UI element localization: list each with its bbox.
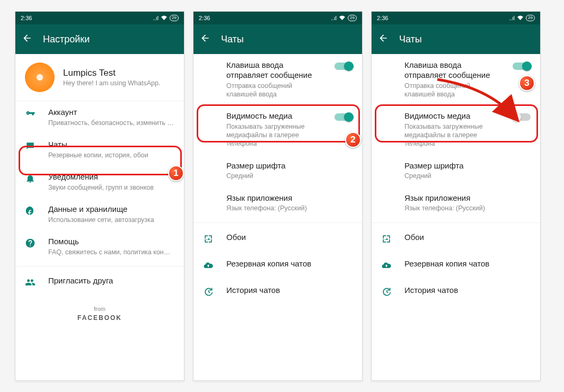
item-title: Размер шрифта (404, 161, 531, 171)
settings-list: Аккаунт Приватность, безопасность, измен… (15, 101, 184, 380)
status-time: 2:36 (21, 15, 153, 21)
back-icon[interactable] (22, 33, 32, 46)
menu-wallpaper[interactable]: Обои (372, 226, 540, 253)
item-sub: Звуки сообщений, групп и звонков (48, 183, 174, 192)
item-sub: Язык телефона: (Русский) (226, 204, 352, 212)
toggle-media-visibility[interactable] (513, 113, 531, 121)
divider (193, 222, 362, 223)
appbar-title: Чаты (221, 34, 244, 45)
item-title: Размер шрифта (226, 161, 352, 171)
item-title: Пригласить друга (48, 276, 174, 286)
spacer-icon (203, 161, 215, 162)
item-title: Видимость медиа (226, 111, 323, 121)
item-title: Клавиша ввода отправляет сообщение (226, 60, 323, 81)
settings-item-help[interactable]: Помощь FAQ, свяжитесь с нами, политика к… (15, 230, 184, 263)
profile-name: Lumpics Test (63, 68, 160, 78)
item-title: Данные и хранилище (48, 204, 174, 215)
setting-enter-send[interactable]: Клавиша ввода отправляет сообщение Отпра… (372, 54, 540, 105)
status-time: 2:36 (199, 15, 331, 21)
spacer-icon (381, 111, 393, 112)
status-right: ..ıl 29 (509, 15, 535, 21)
setting-media-visibility[interactable]: Видимость медиа Показывать загруженные м… (372, 105, 540, 155)
wifi-icon (517, 15, 524, 21)
key-icon (25, 108, 37, 121)
item-title: История чатов (404, 286, 531, 296)
battery-icon: 29 (348, 15, 357, 21)
item-title: История чатов (226, 286, 352, 296)
data-icon (25, 204, 37, 218)
menu-backup[interactable]: Резервная копия чатов (193, 253, 362, 279)
menu-backup[interactable]: Резервная копия чатов (372, 253, 540, 279)
item-sub: Использование сети, автозагрузка (48, 216, 174, 224)
item-sub: Отправка сообщений клавишей ввода (226, 82, 323, 99)
footer-facebook: FACEBOOK (15, 314, 184, 322)
item-sub: Средний (226, 172, 352, 180)
app-bar: Чаты (372, 24, 540, 54)
setting-enter-send[interactable]: Клавиша ввода отправляет сообщение Отпра… (193, 54, 362, 105)
wallpaper-icon (381, 233, 393, 246)
setting-font-size[interactable]: Размер шрифта Средний (372, 155, 540, 187)
settings-item-data[interactable]: Данные и хранилище Использование сети, а… (15, 198, 184, 230)
status-right: ..ıl 29 (331, 15, 357, 21)
spacer-icon (381, 161, 393, 162)
item-title: Обои (404, 233, 531, 243)
item-title: Резервная копия чатов (226, 259, 352, 269)
profile-row[interactable]: Lumpics Test Hey there! I am using Whats… (15, 54, 184, 101)
item-title: Аккаунт (48, 108, 174, 118)
app-bar: Чаты (193, 24, 362, 54)
back-icon[interactable] (200, 33, 210, 46)
wifi-icon (161, 15, 168, 21)
item-title: Язык приложения (226, 193, 352, 203)
settings-item-account[interactable]: Аккаунт Приватность, безопасность, измен… (15, 101, 184, 133)
item-title: Резервная копия чатов (404, 259, 531, 269)
setting-app-language[interactable]: Язык приложения Язык телефона: (Русский) (193, 187, 362, 219)
menu-history[interactable]: История чатов (372, 279, 540, 306)
toggle-enter-send[interactable] (513, 63, 531, 70)
profile-status: Hey there! I am using WhatsApp. (63, 79, 160, 87)
settings-item-invite[interactable]: Пригласить друга (15, 270, 184, 296)
phone-chats-on: 2:36 ..ıl 29 Чаты Клавиша ввода отправля… (193, 11, 363, 381)
status-bar: 2:36 ..ıl 29 (193, 12, 362, 24)
item-title: Помощь (48, 237, 174, 247)
chats-settings-list: Клавиша ввода отправляет сообщение Отпра… (193, 54, 362, 380)
footer: from FACEBOOK (15, 296, 184, 325)
menu-wallpaper[interactable]: Обои (193, 226, 362, 253)
appbar-title: Чаты (399, 34, 422, 45)
battery-icon: 29 (526, 15, 535, 21)
setting-media-visibility[interactable]: Видимость медиа Показывать загруженные м… (193, 105, 362, 155)
bell-icon (25, 172, 37, 186)
item-title: Чаты (48, 140, 174, 150)
history-icon (381, 286, 393, 299)
cloud-upload-icon (203, 259, 215, 273)
signal-icon: ..ıl (331, 15, 337, 21)
signal-icon: ..ıl (509, 15, 515, 21)
toggle-enter-send[interactable] (334, 63, 352, 70)
phone-chats-off: 2:36 ..ıl 29 Чаты Клавиша ввода отправля… (371, 11, 541, 381)
back-icon[interactable] (378, 33, 389, 46)
item-sub: Средний (404, 172, 531, 180)
footer-from: from (15, 306, 184, 312)
chat-icon (25, 140, 37, 154)
chats-settings-list: Клавиша ввода отправляет сообщение Отпра… (372, 54, 540, 380)
battery-icon: 29 (170, 15, 179, 21)
wallpaper-icon (203, 233, 215, 246)
settings-item-notifications[interactable]: Уведомления Звуки сообщений, групп и зво… (15, 166, 184, 198)
item-sub: Показывать загруженные медиафайлы в гале… (226, 122, 323, 148)
item-sub: Приватность, безопасность, изменить номе… (48, 119, 174, 127)
setting-app-language[interactable]: Язык приложения Язык телефона: (Русский) (372, 187, 540, 219)
menu-history[interactable]: История чатов (193, 279, 362, 306)
help-icon (25, 237, 37, 251)
toggle-media-visibility[interactable] (334, 113, 352, 121)
history-icon (203, 286, 215, 299)
spacer-icon (203, 111, 215, 112)
item-sub: Отправка сообщений клавишей ввода (404, 82, 501, 99)
wifi-icon (339, 15, 346, 21)
spacer-icon (381, 193, 393, 194)
item-sub: FAQ, свяжитесь с нами, политика конфиден… (48, 248, 174, 256)
setting-font-size[interactable]: Размер шрифта Средний (193, 155, 362, 187)
divider (15, 266, 184, 266)
cloud-upload-icon (381, 259, 393, 273)
phone-settings: 2:36 ..ıl 29 Настройки Lumpics Test Hey … (15, 11, 184, 381)
settings-item-chats[interactable]: Чаты Резервные копии, история, обои (15, 133, 184, 166)
status-right: ..ıl 29 (153, 15, 179, 21)
